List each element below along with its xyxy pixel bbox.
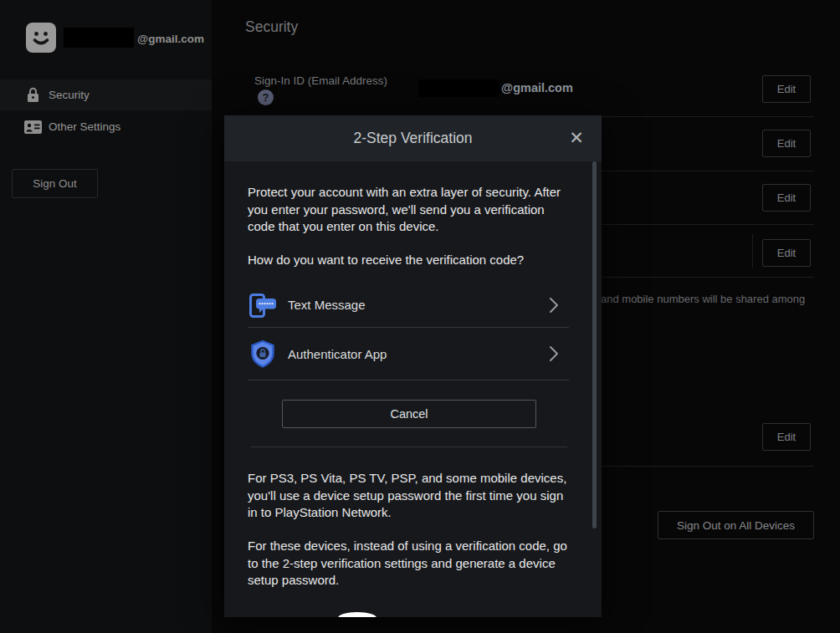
account-security-page: @gmail.com Security xyxy=(0,0,840,633)
bottom-peek-element xyxy=(338,612,376,617)
option-authenticator-app[interactable]: Authenticator App xyxy=(248,328,569,380)
id-card-icon xyxy=(23,120,43,134)
chevron-right-icon xyxy=(549,297,559,314)
device-note-1: For PS3, PS Vita, PS TV, PSP, and some m… xyxy=(248,470,572,522)
two-step-verification-dialog: 2-Step Verification ✕ Protect your accou… xyxy=(224,115,602,617)
cell-divider xyxy=(752,234,753,268)
sidebar-item-label: Other Settings xyxy=(49,120,120,133)
signin-id-label: Sign-In ID (Email Address) xyxy=(254,74,387,87)
sidebar-email-suffix: @gmail.com xyxy=(137,33,204,45)
edit-button[interactable]: Edit xyxy=(762,239,811,267)
dialog-header: 2-Step Verification ✕ xyxy=(224,115,602,161)
close-icon[interactable]: ✕ xyxy=(565,126,588,150)
option-text-message[interactable]: Text Message xyxy=(248,283,569,328)
cancel-button[interactable]: Cancel xyxy=(282,400,536,428)
sign-out-button[interactable]: Sign Out xyxy=(12,169,98,198)
edit-button[interactable]: Edit xyxy=(762,184,811,212)
page-title: Security xyxy=(245,18,298,36)
option-label: Text Message xyxy=(288,298,549,312)
edit-button[interactable]: Edit xyxy=(762,423,811,451)
question-text: How do you want to receive the verificat… xyxy=(248,252,572,269)
shield-lock-icon xyxy=(248,339,278,369)
edit-button[interactable]: Edit xyxy=(762,130,811,157)
device-note-2: For these devices, instead of using a ve… xyxy=(248,538,572,590)
sidebar: @gmail.com Security xyxy=(0,0,212,633)
sidebar-item-security[interactable]: Security xyxy=(0,79,212,110)
avatar-smiley-icon xyxy=(26,23,56,53)
section-divider xyxy=(251,447,567,447)
edit-button[interactable]: Edit xyxy=(762,75,811,103)
modal-scrollbar[interactable] xyxy=(592,161,597,528)
redacted-email xyxy=(418,79,499,97)
dialog-title: 2-Step Verification xyxy=(353,130,472,147)
sign-out-all-devices-button[interactable]: Sign Out on All Devices xyxy=(658,511,814,539)
lock-icon xyxy=(23,87,43,103)
intro-text: Protect your account with an extra layer… xyxy=(248,184,572,236)
option-label: Authenticator App xyxy=(288,347,549,361)
sidebar-item-other-settings[interactable]: Other Settings xyxy=(0,111,212,142)
shared-numbers-note: and mobile numbers will be shared among xyxy=(601,293,805,305)
help-icon[interactable]: ? xyxy=(258,89,274,105)
redacted-username xyxy=(64,28,134,48)
sidebar-item-label: Security xyxy=(49,89,90,101)
chevron-right-icon xyxy=(549,345,559,362)
phone-message-icon xyxy=(248,290,278,320)
signin-email-suffix: @gmail.com xyxy=(501,81,573,94)
